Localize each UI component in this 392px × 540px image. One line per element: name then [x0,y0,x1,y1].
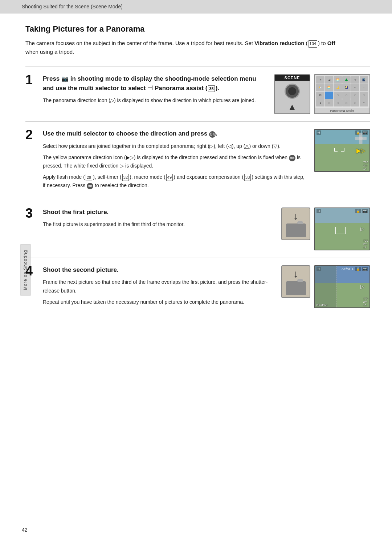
focus-bracket [334,148,344,156]
dir-right: ▷ [209,143,213,149]
ds-cam-3: 📷 [362,209,368,213]
cam-lens-inner [288,87,296,95]
step-2-screen: ⊣ 🔒 📷 [314,129,370,172]
step-1-cam-image: SCENE ▲ [274,74,310,114]
ok-end-label: OK=End [316,303,327,307]
step-4-images: ↓ ⊣ AE/AF-L [281,265,370,308]
remaining-3: 14 [363,246,367,249]
cam-lens [285,84,300,99]
remaining-4: 15 [363,303,367,307]
dir-left: ◁ [228,143,232,149]
step-1-number: 1 [25,73,43,87]
step-4-shutter: ↓ [281,265,310,298]
step-3-content: Shoot the first picture. The first pictu… [43,207,370,250]
main-content: Taking Pictures for a Panorama The camer… [0,13,392,331]
cam-center [285,81,300,102]
menu-cell: □ [325,99,333,106]
scene-label: SCENE [275,75,310,81]
shutter-btn [297,221,303,224]
step-4-content: Shoot the second picture. Frame the next… [43,265,370,309]
step-3: 3 Shoot the first picture. The first pic… [25,200,370,258]
step-1-ref: 35 [208,85,215,92]
shot-count-3: 720 [363,239,368,242]
menu-cell: □ [351,92,359,99]
nav-cross [355,133,367,144]
step-3-header: 3 Shoot the first picture. The first pic… [25,207,370,250]
step-2-content: Use the multi selector to choose the dir… [43,129,370,193]
step-3-desc: The first picture is superimposed in the… [43,220,274,229]
menu-cell-selected: ⊣ [325,92,333,99]
ds-panorama-icon-3: ⊣ [317,209,321,213]
menu-cell: □ [334,99,342,106]
white-dir-icon: ▷ [120,163,124,169]
step-3-number: 3 [25,206,43,221]
ds-bottom-info-4: 720 2m 15 [363,297,368,307]
menu-cell: 🌅 [334,76,342,84]
menu-cell: 🎑 [342,84,351,91]
intro-off: Off [327,40,335,46]
page-number: 42 [22,527,28,533]
menu-cell: ↑ [360,84,368,91]
step-3-images: ↓ ⊣ 🔒 � [281,207,370,250]
ds-panorama-icon: ⊣ [317,130,321,135]
step-2-desc3: Apply flash mode (29), self-timer (32), … [43,173,307,190]
step-3-text: Shoot the first picture. The first pictu… [43,207,281,232]
step-1-title: Press 📷 in shooting mode to display the … [43,74,267,93]
step-4-screen: ⊣ AE/AF-L 🔒 📷 ▷ [314,265,370,308]
menu-grid: ☀ ◀ 🌅 🌲 ❄ 🌃 ⛅ 🌅 🌙 [315,75,369,108]
intro-ref: 104 [309,40,317,48]
step-1-row: Press 📷 in shooting mode to display the … [43,74,370,114]
menu-cell: □ [342,99,351,106]
ok-icon-3: OK [87,183,93,189]
intro-suffix: to [320,40,327,46]
step-2-title: Use the multi selector to choose the dir… [43,129,307,138]
page: Shooting Suited for the Scene (Scene Mod… [0,0,392,540]
intro-end: when using a tripod. [25,49,74,55]
remaining: 14 [363,167,367,170]
step-1-desc: The panorama direction icon (▷) is displ… [43,96,267,105]
step-4-desc2: Repeat until you have taken the necessar… [43,298,274,306]
step-2-desc2: The yellow panorama direction icon (▶▷) … [43,153,307,170]
step-1-menu-image: ☀ ◀ 🌅 🌲 ❄ 🌃 ⛅ 🌅 🌙 [314,74,370,114]
intro-text-before: The camera focuses on the subject in the… [25,40,254,46]
ds-cam-4: 📷 [362,267,368,271]
menu-cell: ■ [316,99,324,106]
white-arrow-3: ▷ [360,226,364,232]
step-4-number: 4 [25,264,43,278]
step-2-number: 2 [25,128,43,142]
ref-33: 33 [244,174,251,181]
step-2: 2 Use the multi selector to choose the d… [25,121,370,200]
ds-bottom-info: 720 2m 14 [363,161,368,170]
menu-cell: □ [351,99,359,106]
shot-count-4: 720 [363,297,368,300]
menu-cell: 🌙 [334,84,342,91]
ok-button-icon: OK [209,131,216,138]
dir-up: △ [245,143,249,149]
size-info: 2m [363,164,367,167]
ds-lock-3: 🔒 [355,209,361,213]
menu-cell: 🌅 [325,84,333,91]
panorama-dir-icon: ▷ [110,97,114,104]
shutter-body [286,223,306,237]
step-2-row: Use the multi selector to choose the dir… [43,129,370,193]
ds-bottom-info-3: 720 2m 14 [363,239,368,249]
ref-29: 29 [86,174,92,181]
step-4-header: 4 Shoot the second picture. Frame the ne… [25,265,370,309]
white-arrow-4: ▷ [360,284,364,290]
shutter-btn-4 [297,279,303,282]
arrow-up-icon: ▲ [288,102,297,113]
step-3-shutter: ↓ [281,207,310,240]
step-1: 1 Press 📷 in shooting mode to display th… [25,67,370,121]
step-4-title: Shoot the second picture. [43,265,274,275]
menu-cell: □ [342,92,351,99]
menu-cell: ☀ [316,76,324,84]
shot-count: 720 [363,161,368,164]
menu-cell: ⛅ [316,84,324,91]
step-4-text: Shoot the second picture. Frame the next… [43,265,281,309]
menu-cell: 🌲 [342,76,351,84]
step-1-text: Press 📷 in shooting mode to display the … [43,74,274,108]
direction-arrow: ▶▷ [356,147,365,154]
header-text: Shooting Suited for the Scene (Scene Mod… [22,4,123,9]
step-3-row: Shoot the first picture. The first pictu… [43,207,370,250]
size-3: 2m [363,242,367,246]
